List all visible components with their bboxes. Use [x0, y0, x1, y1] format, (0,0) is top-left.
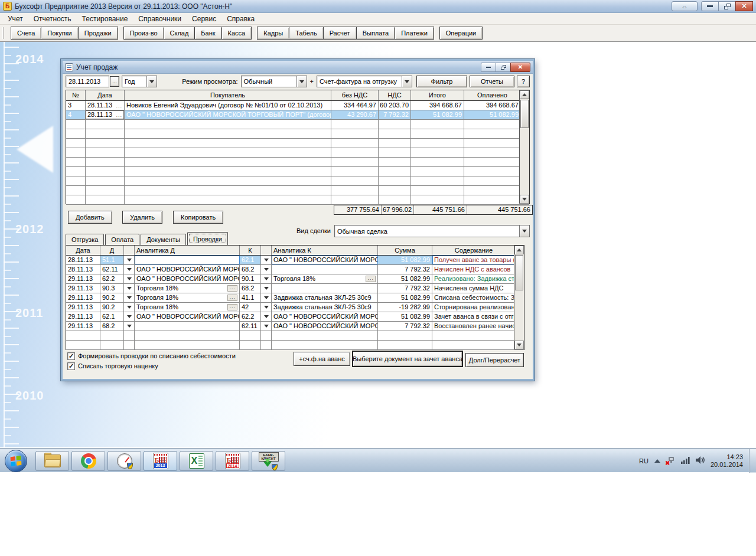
empty-cell[interactable] — [379, 129, 411, 138]
date-input[interactable]: 28.11.2013 — [66, 76, 109, 87]
show-desktop-button[interactable] — [749, 449, 756, 473]
cell-content[interactable]: Сторнирована реализованная т — [432, 303, 515, 312]
empty-cell[interactable] — [66, 331, 100, 340]
debt-recalc-button[interactable]: Долг/Перерасчет — [465, 353, 524, 367]
cell-amount[interactable]: -19 282.99 — [378, 303, 432, 312]
cell-content[interactable]: Списана себестоимость: Задви — [432, 293, 515, 302]
empty-cell[interactable] — [464, 195, 520, 204]
restore-button[interactable] — [718, 1, 736, 11]
document-type-select[interactable]: Счет-фактура на отгрузку — [317, 76, 412, 87]
cell-net[interactable]: 43 290.67 — [331, 110, 379, 119]
chevron-down-icon[interactable] — [296, 76, 307, 87]
toolbar-kadry[interactable]: Кадры — [257, 27, 289, 40]
empty-cell[interactable] — [86, 167, 125, 176]
empty-cell[interactable] — [331, 158, 379, 166]
sales-vertical-scrollbar[interactable] — [519, 90, 529, 204]
empty-cell[interactable] — [411, 167, 464, 176]
posting-empty-row[interactable] — [66, 331, 524, 341]
empty-cell[interactable] — [379, 148, 411, 157]
cell-content[interactable]: Начислена сумма НДС — [432, 284, 515, 293]
date-ellipsis-button[interactable]: ... — [116, 103, 122, 108]
empty-cell[interactable] — [125, 148, 331, 157]
scroll-up-button[interactable] — [514, 246, 524, 254]
empty-cell[interactable] — [86, 148, 125, 157]
taskbar-security-gauge[interactable] — [107, 451, 141, 471]
cell-num[interactable]: 3 — [66, 101, 86, 110]
cell-debit-account[interactable]: 62.11 — [100, 265, 124, 274]
toolbar-pokupki[interactable]: Покупки — [41, 27, 78, 40]
empty-cell[interactable] — [261, 341, 272, 349]
cell-debit-analytics[interactable] — [135, 256, 240, 264]
resize-arrows-button[interactable]: ⇔ — [672, 1, 698, 11]
posting-row[interactable]: 29.11.1390.3Торговля 18%...68.27 792.32Н… — [66, 284, 524, 293]
dialog-minimize-button[interactable] — [481, 63, 496, 72]
empty-cell[interactable] — [379, 139, 411, 148]
menu-spravka[interactable]: Справка — [221, 14, 260, 24]
cell-date[interactable]: 29.11.13 — [66, 284, 100, 293]
cell-date[interactable]: 29.11.13 — [66, 303, 100, 312]
empty-cell[interactable] — [331, 176, 379, 185]
taskbar-buhsoft-2014[interactable]: Б 2014 — [216, 451, 249, 471]
taskbar-chrome[interactable] — [71, 451, 105, 471]
sales-empty-row[interactable] — [66, 176, 529, 186]
sales-empty-row[interactable] — [66, 158, 529, 167]
empty-cell[interactable] — [135, 331, 240, 340]
empty-cell[interactable] — [378, 341, 432, 349]
cell-buyer[interactable]: ОАО " НОВОРОССИЙСКИЙ МОРСКОЙ ТОРГОВЫЙ ПО… — [125, 110, 331, 119]
toolbar-platezhi[interactable]: Платежи — [395, 27, 434, 40]
cell-credit-account[interactable]: 42 — [240, 303, 261, 312]
debit-dropdown-button[interactable] — [124, 322, 135, 331]
empty-cell[interactable] — [66, 195, 86, 204]
posting-row[interactable]: 29.11.1390.2Торговля 18%...42Задвижка ст… — [66, 303, 524, 312]
cell-credit-analytics[interactable]: Задвижка стальная ЗКЛ-25 30с9 — [272, 293, 378, 302]
empty-cell[interactable] — [125, 129, 331, 138]
cell-debit-analytics[interactable]: ОАО " НОВОРОССИЙСКИЙ МОРС — [135, 312, 240, 321]
choose-document-button[interactable]: Выберите документ на зачет аванса — [352, 351, 463, 367]
menu-uchet[interactable]: Учет — [2, 14, 28, 24]
sales-row[interactable]: 428.11.13...ОАО " НОВОРОССИЙСКИЙ МОРСКОЙ… — [66, 110, 529, 120]
close-button[interactable]: ✕ — [735, 1, 753, 11]
empty-cell[interactable] — [379, 176, 411, 185]
invoice-advance-button[interactable]: +сч.ф.на аванс — [294, 352, 350, 366]
date-ellipsis-button[interactable]: ... — [110, 76, 119, 87]
cell-credit-account[interactable]: 41.1 — [240, 293, 261, 302]
toolbar-prodazhi[interactable]: Продажи — [78, 27, 118, 40]
empty-cell[interactable] — [240, 331, 261, 340]
minimize-button[interactable] — [701, 1, 719, 11]
toolbar-raschet[interactable]: Расчет — [323, 27, 357, 40]
cell-paid[interactable]: 51 082.99 — [464, 110, 520, 119]
menu-otchetnost[interactable]: Отчетность — [28, 14, 77, 24]
cell-vat[interactable]: 7 792.32 — [379, 110, 411, 119]
cell-debit-account[interactable]: 90.2 — [100, 303, 124, 312]
sales-empty-row[interactable] — [66, 186, 529, 195]
cell-content[interactable]: Получен аванс за товары (рабо — [432, 256, 515, 264]
debit-dropdown-button[interactable] — [124, 303, 135, 312]
cell-credit-account[interactable]: 62.2 — [240, 312, 261, 321]
empty-cell[interactable] — [331, 129, 379, 138]
sales-empty-row[interactable] — [66, 129, 529, 139]
credit-dropdown-button[interactable] — [261, 284, 272, 293]
empty-cell[interactable] — [272, 331, 378, 340]
cell-content[interactable]: Начислен НДС с авансов — [432, 265, 515, 274]
cell-debit-account[interactable]: 90.2 — [100, 293, 124, 302]
sales-empty-row[interactable] — [66, 120, 529, 129]
cell-amount[interactable]: 51 082.99 — [378, 274, 432, 283]
speaker-icon[interactable] — [696, 456, 705, 465]
empty-cell[interactable] — [66, 341, 100, 349]
cell-date[interactable]: 28.11.13 — [66, 265, 100, 274]
sales-row[interactable]: 328.11.13...Новиков Евгений Эдуардович (… — [66, 101, 529, 110]
empty-cell[interactable] — [379, 186, 411, 195]
chevron-down-icon[interactable] — [519, 225, 529, 237]
checkbox-icon[interactable]: ✓ — [67, 352, 75, 360]
empty-cell[interactable] — [411, 195, 464, 204]
toolbar-proizvo[interactable]: Произ-во — [123, 27, 164, 40]
start-button[interactable] — [5, 450, 27, 472]
empty-cell[interactable] — [124, 331, 135, 340]
empty-cell[interactable] — [379, 167, 411, 176]
empty-cell[interactable] — [66, 148, 86, 157]
hidden-icons-button[interactable] — [654, 459, 660, 463]
cell-credit-analytics[interactable]: Задвижка стальная ЗКЛ-25 30с9 — [272, 303, 378, 312]
reports-button[interactable]: Отчеты — [470, 76, 514, 87]
sales-empty-row[interactable] — [66, 167, 529, 176]
cell-net[interactable]: 334 464.97 — [331, 101, 379, 110]
